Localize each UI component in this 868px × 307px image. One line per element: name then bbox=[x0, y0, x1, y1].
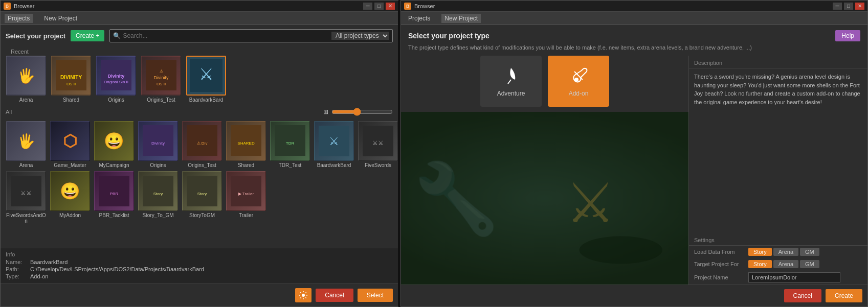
right-tab-projects[interactable]: Projects bbox=[405, 14, 433, 23]
info-name-value: BaardvarkBard bbox=[30, 259, 68, 265]
left-tab-projects[interactable]: Projects bbox=[5, 14, 33, 23]
all-thumb-fiveswordsandon: ⚔⚔ bbox=[6, 171, 46, 211]
right-content: Select your project type Help The projec… bbox=[401, 25, 867, 306]
type-card-adventure[interactable]: Adventure bbox=[480, 56, 542, 107]
recent-item-shared[interactable]: DIVINITYOS II Shared bbox=[51, 56, 92, 103]
target-story-button[interactable]: Story bbox=[748, 260, 772, 268]
all-name-storytogm2: StoryToGM bbox=[189, 212, 215, 218]
all-header: All ⊞ bbox=[6, 106, 393, 118]
gear-button[interactable] bbox=[295, 288, 311, 302]
filter-select[interactable]: All project types bbox=[331, 32, 389, 40]
right-window-title: Browser bbox=[414, 3, 435, 9]
svg-text:Original Sin II: Original Sin II bbox=[104, 80, 128, 84]
all-item-storytogm2[interactable]: Story StoryToGM bbox=[182, 171, 222, 224]
all-name-trailer: Trailer bbox=[239, 212, 253, 218]
load-gm-button[interactable]: GM bbox=[800, 248, 819, 256]
recent-item-arena[interactable]: 🖐 Arena bbox=[6, 56, 47, 103]
target-gm-button[interactable]: GM bbox=[800, 260, 819, 268]
all-thumb-myaddon: 😀 bbox=[50, 171, 90, 211]
right-menubar: Projects New Project bbox=[401, 12, 867, 25]
info-type-label: Type: bbox=[6, 273, 26, 279]
right-close-button[interactable]: ✕ bbox=[855, 3, 864, 10]
cancel-button[interactable]: Cancel bbox=[316, 289, 353, 302]
recent-item-origins[interactable]: DivinityOriginal Sin II Origins bbox=[96, 56, 137, 103]
size-slider[interactable] bbox=[331, 108, 393, 116]
all-item-gm[interactable]: ⬡ Game_Master bbox=[50, 121, 91, 168]
create-button[interactable]: Create + bbox=[71, 30, 104, 41]
all-thumb-baardvark2: ⚔ bbox=[314, 121, 354, 161]
recent-thumb-arena: 🖐 bbox=[6, 56, 46, 96]
load-arena-button[interactable]: Arena bbox=[773, 248, 798, 256]
svg-text:DIVINITY: DIVINITY bbox=[60, 75, 82, 80]
all-item-origins[interactable]: Divinity Origins bbox=[138, 121, 179, 168]
all-name-mycampaign: MyCampaign bbox=[99, 162, 129, 168]
right-titlebar-controls: ─ □ ✕ bbox=[833, 3, 864, 10]
search-input[interactable] bbox=[123, 32, 331, 39]
all-name-gm: Game_Master bbox=[54, 162, 86, 168]
origins-icon: DivinityOriginal Sin II bbox=[99, 58, 133, 93]
all-tdr-icon: TDR bbox=[273, 123, 307, 159]
myaddon-face-icon: 😀 bbox=[60, 181, 80, 201]
svg-text:PBR: PBR bbox=[110, 192, 119, 196]
settings-section: Settings Load Data From Story Arena GM T… bbox=[689, 233, 867, 285]
all-item-storytogm[interactable]: Story Story_To_GM bbox=[138, 171, 179, 224]
all-item-mycampaign[interactable]: 😀 MyCampaign bbox=[94, 121, 135, 168]
all-thumb-gm: ⬡ bbox=[50, 121, 90, 161]
all-item-shared[interactable]: SHARED Shared bbox=[226, 121, 266, 168]
hand-icon: 🖐 bbox=[17, 67, 35, 84]
recent-name-origins: Origins bbox=[108, 97, 124, 103]
all-item-fiveswordsandon[interactable]: ⚔⚔ FiveSwordsAndOn bbox=[6, 171, 47, 224]
svg-rect-31 bbox=[187, 176, 217, 206]
type-card-addon[interactable]: Add-on bbox=[548, 56, 609, 107]
info-path-value: C:/Develop/Dev/LSProjects/Apps/DOS2/Data… bbox=[30, 266, 204, 272]
svg-text:Divinity: Divinity bbox=[108, 74, 125, 79]
all-name-storytogm: Story_To_GM bbox=[142, 212, 173, 218]
all-item-trailer[interactable]: ▶ Trailer Trailer bbox=[226, 171, 266, 224]
svg-text:Divinity: Divinity bbox=[153, 75, 169, 80]
app-icon: B bbox=[4, 3, 11, 10]
all-item-fiveswords[interactable]: ⚔⚔ FiveSwords bbox=[358, 121, 398, 168]
all-item-pbr[interactable]: PBR PBR_Tacklist bbox=[94, 171, 135, 224]
all-item-arena[interactable]: 🖐 Arena bbox=[6, 121, 47, 168]
description-text: There's a sword you're missing? A genius… bbox=[689, 68, 867, 233]
svg-text:⚔⚔: ⚔⚔ bbox=[372, 139, 384, 147]
all-item-baardvark2[interactable]: ⚔ BaardvarkBard bbox=[314, 121, 354, 168]
right-minimize-button[interactable]: ─ bbox=[833, 3, 842, 10]
adventure-label: Adventure bbox=[497, 90, 525, 97]
right-create-button[interactable]: Create bbox=[826, 289, 862, 302]
maximize-button[interactable]: □ bbox=[374, 3, 384, 10]
all-name-fiveswords: FiveSwords bbox=[365, 162, 391, 168]
all-item-myaddon[interactable]: 😀 MyAddon bbox=[50, 171, 91, 224]
info-path-row: Path: C:/Develop/Dev/LSProjects/Apps/DOS… bbox=[6, 266, 393, 272]
svg-text:⚔: ⚔ bbox=[566, 172, 615, 234]
all-item-tdr[interactable]: TDR TDR_Test bbox=[270, 121, 310, 168]
all-name-arena: Arena bbox=[19, 162, 33, 168]
type-cards: Adventure Add-on bbox=[401, 56, 688, 112]
load-story-button[interactable]: Story bbox=[748, 248, 772, 256]
close-button[interactable]: ✕ bbox=[386, 3, 395, 10]
recent-thumb-origins-test: ⚠DivinityOS II bbox=[141, 56, 181, 96]
recent-item-baardvark[interactable]: ⚔ BaardvarkBard bbox=[186, 56, 227, 103]
right-maximize-button[interactable]: □ bbox=[844, 3, 853, 10]
origins-test-icon: ⚠DivinityOS II bbox=[144, 58, 179, 93]
info-name-row: Name: BaardvarkBard bbox=[6, 259, 393, 265]
info-type-value: Add-on bbox=[30, 273, 48, 279]
all-thumb-pbr: PBR bbox=[94, 171, 134, 211]
divinity-icon: DIVINITYOS II bbox=[54, 58, 88, 93]
minimize-button[interactable]: ─ bbox=[363, 3, 372, 10]
target-arena-button[interactable]: Arena bbox=[773, 260, 798, 268]
project-name-input[interactable] bbox=[748, 272, 840, 282]
right-cancel-button[interactable]: Cancel bbox=[784, 289, 821, 302]
svg-text:⚔: ⚔ bbox=[329, 135, 339, 148]
preview-svg: 🔧 ⚔ bbox=[401, 112, 688, 285]
recent-item-origins-test[interactable]: ⚠DivinityOS II Origins_Test bbox=[141, 56, 182, 103]
right-app-icon: B bbox=[404, 3, 411, 10]
right-tab-new-project[interactable]: New Project bbox=[441, 14, 481, 23]
help-button[interactable]: Help bbox=[835, 30, 860, 41]
recent-thumb-origins: DivinityOriginal Sin II bbox=[96, 56, 136, 96]
select-button[interactable]: Select bbox=[358, 289, 393, 302]
left-tab-new-project[interactable]: New Project bbox=[41, 14, 80, 23]
recent-name-shared: Shared bbox=[63, 97, 79, 103]
all-name-origins-test: Origins_Test bbox=[188, 162, 216, 168]
all-item-origins-test[interactable]: ⚠ Div Origins_Test bbox=[182, 121, 222, 168]
